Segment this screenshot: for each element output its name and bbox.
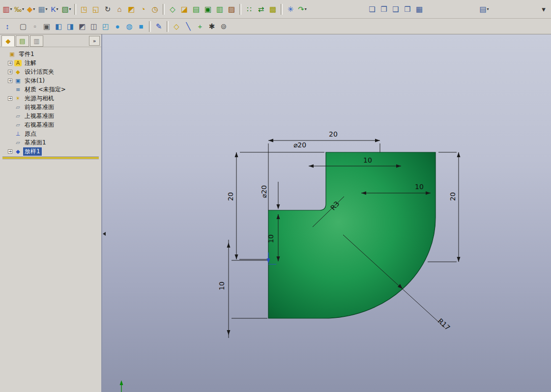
shaded-view-button[interactable]: ◨ bbox=[64, 21, 76, 32]
pan-vertical-button[interactable]: ↕ bbox=[1, 21, 13, 32]
paste-tool-button[interactable]: ▤ bbox=[190, 3, 202, 15]
dimension-right-height[interactable]: 20 bbox=[449, 192, 457, 201]
panel-collapse-button[interactable]: » bbox=[89, 36, 100, 46]
shaded-with-edges-button[interactable]: ◧ bbox=[53, 21, 64, 32]
swap-view-button[interactable]: ⇄ bbox=[255, 3, 267, 15]
measure-tool-button[interactable]: ▨ bbox=[226, 3, 237, 15]
sheet-format-icon: ◱ bbox=[92, 5, 99, 13]
orientation-cube-button[interactable]: ◰ bbox=[100, 21, 112, 32]
point-tool-button[interactable]: ✱ bbox=[206, 21, 218, 32]
viewport-four-button[interactable]: ❒ bbox=[402, 3, 413, 15]
schedule-tool-button[interactable]: ◷ bbox=[149, 3, 161, 15]
expand-icon[interactable]: + bbox=[8, 149, 12, 154]
shadow-view-button[interactable]: ◩ bbox=[76, 21, 88, 32]
tree-item-part[interactable]: ▣零件1 bbox=[1, 50, 100, 58]
camera-view-button[interactable]: ⌂ bbox=[114, 3, 125, 15]
configurationmanager-tab[interactable]: ▥ bbox=[30, 35, 43, 47]
convert-entities-button[interactable]: ⊚ bbox=[218, 21, 230, 32]
tree-item-origin[interactable]: ⊥原点 bbox=[1, 129, 100, 138]
viewport-single-button[interactable]: ❏ bbox=[366, 3, 378, 15]
wireframe-view-button[interactable]: ▢ bbox=[17, 21, 29, 32]
new-sheet-icon: ◳ bbox=[81, 5, 87, 13]
expand-icon[interactable]: + bbox=[8, 79, 12, 83]
tree-item-top-plane[interactable]: ▱上视基准面 bbox=[1, 112, 100, 120]
tree-item-loft1[interactable]: +◆放样1 bbox=[1, 147, 100, 156]
dimension-left-height[interactable]: 20 bbox=[227, 192, 234, 201]
panel-splitter[interactable] bbox=[103, 232, 106, 236]
graphics-area[interactable]: 20⌀2010102020⌀201010R3R17 bbox=[102, 34, 551, 392]
featuremanager-tab[interactable]: ◆ bbox=[1, 35, 15, 47]
hidden-lines-gray-button[interactable]: ▫ bbox=[29, 21, 41, 32]
toolbar-overflow-button[interactable]: ▾ bbox=[538, 3, 550, 15]
tree-item-right-plane[interactable]: ▱右视基准面 bbox=[1, 120, 100, 129]
document-properties-button[interactable]: ▥▾ bbox=[1, 3, 13, 15]
sketch-pencil-icon: ✎ bbox=[156, 23, 162, 30]
viewport-two-vertical-button[interactable]: ❑ bbox=[390, 3, 402, 15]
texture-sphere-button[interactable]: ◍ bbox=[123, 21, 135, 32]
spline-tool-icon: ↷ bbox=[298, 5, 304, 13]
tree-item-label: 基准面1 bbox=[23, 139, 48, 147]
pattern-grid-button[interactable]: ∷ bbox=[243, 3, 255, 15]
dimension-upper-length[interactable]: 10 bbox=[363, 156, 372, 164]
perspective-view-icon: ◫ bbox=[90, 23, 97, 30]
coordinate-system-button[interactable]: ✳ bbox=[285, 3, 296, 15]
document-properties-icon: ▥ bbox=[2, 5, 9, 13]
curve-tool-button[interactable]: K▾ bbox=[49, 3, 60, 15]
list-view-button[interactable]: ▥ bbox=[214, 3, 226, 15]
feature-tool-button[interactable]: ◆▾ bbox=[25, 3, 37, 15]
rollback-bar[interactable] bbox=[2, 157, 99, 159]
perspective-view-button[interactable]: ◫ bbox=[88, 21, 100, 32]
toolbar-gap bbox=[308, 9, 366, 9]
tree-item-design-binder-icon: ◆ bbox=[14, 69, 22, 75]
tree-item-front-plane[interactable]: ▱前视基准面 bbox=[1, 103, 100, 112]
dimension-top-width[interactable]: 20 bbox=[329, 130, 338, 138]
polygon-tool-button[interactable]: ◇ bbox=[167, 3, 178, 15]
tree-item-design-binder[interactable]: +◆设计活页夹 bbox=[1, 67, 100, 76]
smart-dimension-icon: ◇ bbox=[174, 23, 179, 30]
tree-item-plane1[interactable]: ▱基准面1 bbox=[1, 138, 100, 147]
sketch-settings-button[interactable]: ‰▾ bbox=[13, 3, 25, 15]
elbow-model[interactable] bbox=[268, 152, 435, 318]
new-sheet-button[interactable]: ◳ bbox=[78, 3, 90, 15]
tree-item-solid-bodies[interactable]: +▣实体(1) bbox=[1, 76, 100, 85]
sketch-pencil-button[interactable]: ✎ bbox=[153, 21, 165, 32]
render-cube-button[interactable]: ■ bbox=[135, 21, 147, 32]
toolbar-separator bbox=[281, 4, 283, 15]
fill-surface-button[interactable]: ◪ bbox=[178, 3, 190, 15]
window-options-button[interactable]: ▤▾ bbox=[478, 3, 490, 15]
expand-icon[interactable]: + bbox=[8, 96, 12, 101]
dimension-left-half-height[interactable]: 10 bbox=[267, 234, 275, 243]
add-relation-button[interactable]: + bbox=[194, 21, 206, 32]
dimension-left-diameter[interactable]: ⌀20 bbox=[260, 185, 268, 198]
reload-view-button[interactable]: ↻ bbox=[102, 3, 114, 15]
tree-item-lights-cameras[interactable]: +☀光源与相机 bbox=[1, 94, 100, 103]
viewport-link-icon: ▦ bbox=[416, 5, 423, 13]
propertymanager-tab[interactable]: ▤ bbox=[16, 35, 29, 47]
design-table-button[interactable]: ▦▾ bbox=[37, 3, 49, 15]
hidden-lines-removed-button[interactable]: ▣ bbox=[41, 21, 53, 32]
viewport-link-button[interactable]: ▦ bbox=[413, 3, 425, 15]
line-tool-button[interactable]: ╲ bbox=[182, 21, 194, 32]
viewport-two-horizontal-button[interactable]: ❐ bbox=[378, 3, 390, 15]
dimension-bottom-offset[interactable]: 10 bbox=[218, 281, 226, 290]
model-canvas[interactable]: 20⌀2010102020⌀201010R3R17 bbox=[102, 34, 550, 392]
expand-icon[interactable]: + bbox=[8, 61, 12, 65]
sheet-format-button[interactable]: ◱ bbox=[90, 3, 102, 15]
dimension-top-diameter[interactable]: ⌀20 bbox=[293, 141, 306, 149]
dimension-outer-radius[interactable]: R17 bbox=[436, 317, 452, 332]
tree-item-annotations[interactable]: +A注解 bbox=[1, 58, 100, 67]
expand-icon[interactable]: + bbox=[8, 70, 12, 74]
surface-tool-button[interactable]: ▧▾ bbox=[60, 3, 72, 15]
grid-view-button[interactable]: ▣ bbox=[202, 3, 214, 15]
spline-tool-button[interactable]: ↷▾ bbox=[296, 3, 308, 15]
tree-item-material[interactable]: ≡材质 <未指定> bbox=[1, 85, 100, 94]
zoom-tool-button[interactable]: ◔ bbox=[137, 3, 149, 15]
smart-dimension-button[interactable]: ◇ bbox=[171, 21, 182, 32]
dimension-right-length[interactable]: 10 bbox=[415, 183, 424, 191]
copy-item-button[interactable]: ▩ bbox=[267, 3, 279, 15]
dropdown-arrow-icon: ▾ bbox=[33, 7, 35, 11]
orientation-cube-icon: ◰ bbox=[102, 23, 109, 30]
point-tool-icon: ✱ bbox=[209, 23, 215, 30]
section-view-button[interactable]: ◩ bbox=[125, 3, 137, 15]
render-sphere-button[interactable]: ● bbox=[112, 21, 123, 32]
